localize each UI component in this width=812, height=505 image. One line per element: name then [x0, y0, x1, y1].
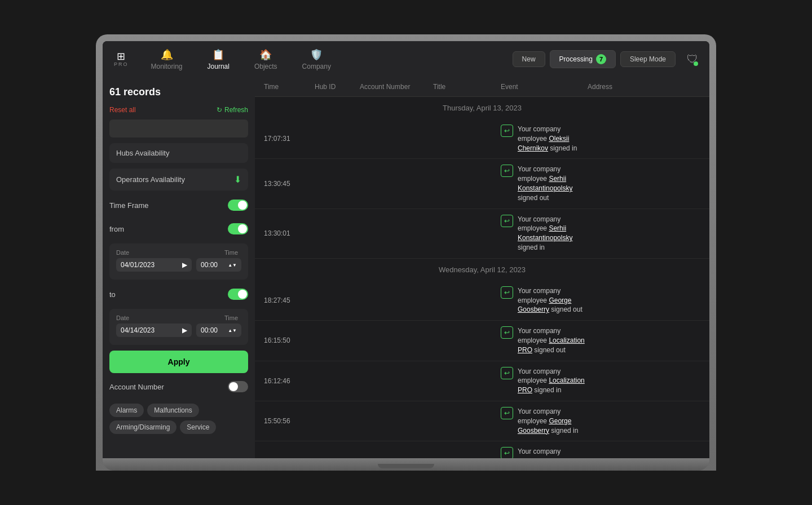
- from-date-value: 04/01/2023: [121, 261, 155, 269]
- event-text: Your company employee George Goosberry s…: [518, 447, 588, 458]
- event-signin-icon: ↩: [501, 125, 513, 137]
- row-time: 17:07:31: [264, 135, 315, 143]
- to-time-value: 00:00: [201, 326, 218, 334]
- table-row: 16:12:46 ↩ Your company employee Localiz…: [255, 361, 709, 401]
- download-icon: ⬇: [234, 174, 241, 185]
- from-time-value: 00:00: [201, 261, 218, 269]
- nav-monitoring[interactable]: 🔔 Monitoring: [145, 44, 188, 75]
- processing-badge: 7: [596, 54, 606, 64]
- refresh-label: Refresh: [224, 106, 248, 114]
- refresh-button[interactable]: ↻ Refresh: [217, 106, 248, 114]
- table-row: 12:01:23 ↩ Your company employee George …: [255, 441, 709, 458]
- nav-center-buttons: New Processing 7 Sleep Mode: [513, 50, 676, 68]
- from-date-inputs: 04/01/2023 ▶ 00:00 ▲▼: [116, 258, 241, 272]
- event-text: Your company employee George Goosberry s…: [518, 407, 588, 435]
- journal-icon: 📋: [212, 48, 224, 61]
- from-label: from: [109, 225, 124, 233]
- sleep-mode-button[interactable]: Sleep Mode: [620, 51, 676, 67]
- row-time: 12:01:23: [264, 458, 315, 458]
- shield-container: 🛡: [687, 53, 698, 66]
- laptop-screen: ⊞ PRO 🔔 Monitoring 📋 Journal 🏠 Objects: [103, 41, 709, 458]
- event-signout-icon: ↩: [501, 326, 513, 339]
- table-row: 17:07:31 ↩ Your company employee Oleksii…: [255, 119, 709, 159]
- row-event: ↩ Your company employee Serhii Konstanti…: [501, 215, 588, 252]
- from-time-input[interactable]: 00:00 ▲▼: [196, 258, 241, 272]
- event-signout-icon: ↩: [501, 286, 513, 299]
- row-event: ↩ Your company employee Serhii Konstanti…: [501, 165, 588, 202]
- nav-journal[interactable]: 📋 Journal: [202, 44, 235, 75]
- account-label: Account Number: [109, 383, 164, 391]
- to-toggle[interactable]: [228, 289, 248, 300]
- table-row: 13:30:45 ↩ Your company employee Serhii …: [255, 159, 709, 209]
- to-date-labels: Date Time: [116, 314, 241, 321]
- logo-icon: ⊞: [117, 51, 125, 61]
- nav-company[interactable]: 🛡️ Company: [297, 44, 337, 75]
- filter-tag-arming[interactable]: Arming/Disarming: [109, 420, 176, 434]
- records-count: 61 records: [109, 84, 248, 100]
- hubs-label: Hubs Availability: [116, 149, 169, 157]
- row-time: 16:12:46: [264, 377, 315, 385]
- refresh-icon: ↻: [217, 106, 222, 114]
- date-col-label: Date: [116, 249, 133, 256]
- search-bar[interactable]: [109, 119, 248, 138]
- row-time: 18:27:45: [264, 296, 315, 304]
- table-row: 18:27:45 ↩ Your company employee George …: [255, 281, 709, 321]
- nav-journal-label: Journal: [208, 63, 230, 70]
- to-time-col-label: Time: [224, 314, 241, 321]
- nav-objects[interactable]: 🏠 Objects: [249, 44, 283, 75]
- to-date-arrow: ▶: [182, 326, 187, 334]
- row-time: 13:30:45: [264, 180, 315, 188]
- from-datetime-section: Date Time 04/01/2023 ▶ 00:00 ▲▼: [109, 243, 248, 280]
- event-text: Your company employee George Goosberry s…: [518, 286, 588, 314]
- th-hubid: Hub ID: [315, 83, 360, 91]
- th-time: Time: [264, 83, 315, 91]
- filter-tag-service[interactable]: Service: [180, 420, 216, 434]
- objects-icon: 🏠: [259, 48, 272, 61]
- row-event: ↩ Your company employee George Goosberry…: [501, 286, 588, 314]
- from-toggle[interactable]: [228, 223, 248, 234]
- online-indicator: [694, 61, 698, 66]
- new-button[interactable]: New: [513, 51, 545, 67]
- table-area: Time Hub ID Account Number Title Event A…: [255, 77, 709, 458]
- th-title: Title: [433, 83, 501, 91]
- table-row: 15:50:56 ↩ Your company employee George …: [255, 401, 709, 441]
- to-date-input[interactable]: 04/14/2023 ▶: [116, 324, 192, 337]
- date-separator-thu: Thursday, April 13, 2023: [255, 97, 709, 119]
- laptop-base: [103, 458, 709, 471]
- from-time-arrows: ▲▼: [228, 263, 237, 268]
- to-datetime-section: Date Time 04/14/2023 ▶ 00:00 ▲▼: [109, 309, 248, 345]
- account-toggle[interactable]: [228, 381, 248, 392]
- event-text: Your company employee Serhii Konstantino…: [518, 165, 588, 202]
- sidebar: 61 records Reset all ↻ Refresh Hubs Avai…: [103, 77, 255, 458]
- row-event: ↩ Your company employee George Goosberry…: [501, 407, 588, 435]
- operators-availability-filter[interactable]: Operators Availability ⬇: [109, 169, 248, 191]
- th-event: Event: [501, 83, 588, 91]
- logo-text: PRO: [114, 61, 129, 67]
- from-date-labels: Date Time: [116, 249, 241, 256]
- event-signin-icon: ↩: [501, 367, 513, 379]
- timeframe-toggle[interactable]: [228, 200, 248, 211]
- monitoring-icon: 🔔: [161, 48, 173, 61]
- table-row: 16:15:50 ↩ Your company employee Localiz…: [255, 321, 709, 361]
- table-header: Time Hub ID Account Number Title Event A…: [255, 77, 709, 97]
- laptop-frame: ⊞ PRO 🔔 Monitoring 📋 Journal 🏠 Objects: [96, 34, 716, 471]
- nav-right: 🛡: [676, 53, 698, 66]
- event-signout-icon: ↩: [501, 447, 513, 458]
- time-col-label: Time: [224, 249, 241, 256]
- apply-button[interactable]: Apply: [109, 351, 248, 373]
- account-row: Account Number: [109, 379, 248, 395]
- row-time: 15:50:56: [264, 417, 315, 425]
- row-event: ↩ Your company employee George Goosberry…: [501, 447, 588, 458]
- processing-button[interactable]: Processing 7: [550, 50, 616, 68]
- top-nav: ⊞ PRO 🔔 Monitoring 📋 Journal 🏠 Objects: [103, 41, 709, 77]
- filter-tag-malfunctions[interactable]: Malfunctions: [147, 404, 198, 417]
- to-date-inputs: 04/14/2023 ▶ 00:00 ▲▼: [116, 324, 241, 337]
- hubs-availability-filter[interactable]: Hubs Availability: [109, 143, 248, 163]
- to-time-input[interactable]: 00:00 ▲▼: [196, 324, 241, 337]
- app-logo: ⊞ PRO: [114, 51, 129, 67]
- from-date-input[interactable]: 04/01/2023 ▶: [116, 258, 192, 272]
- filter-tag-alarms[interactable]: Alarms: [109, 404, 144, 417]
- reset-all-button[interactable]: Reset all: [109, 106, 136, 114]
- filter-tags: Alarms Malfunctions Arming/Disarming Ser…: [109, 404, 248, 434]
- row-time: 16:15:50: [264, 336, 315, 344]
